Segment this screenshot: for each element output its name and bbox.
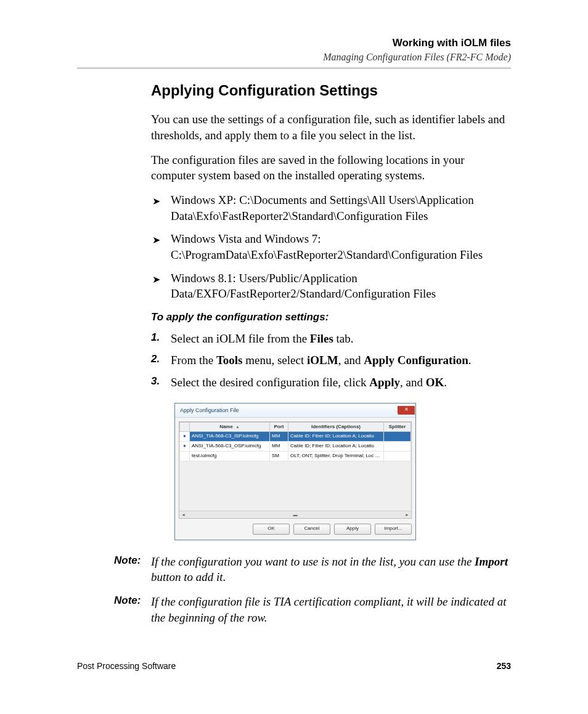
page-number: 253 [497,661,511,671]
step-item: From the Tools menu, select iOLM, and Ap… [151,352,511,368]
dialog-body: Name▲ Port Identifiers (Captions) Splitt… [175,418,415,540]
bullet-text: Windows XP: C:\Documents and Settings\Al… [171,193,474,222]
section-heading: Applying Configuration Settings [151,81,511,100]
running-header: Working with iOLM files Managing Configu… [77,37,511,63]
dialog-title-text: Apply Configuration File [180,407,239,414]
header-rule [77,68,511,68]
notes-block: Note: If the configuration you want to u… [114,554,511,626]
bullet-text: Windows 8.1: Users/Public/Application Da… [171,272,436,301]
bullet-item: ➤ Windows XP: C:\Documents and Settings\… [151,192,511,224]
scroll-thumb-icon[interactable]: ▬ [293,512,298,517]
bullet-arrow-icon: ➤ [152,233,160,247]
cell-splitter [384,452,411,461]
note-item: Note: If the configuration you want to u… [114,554,511,585]
intro-paragraph-1: You can use the settings of a configurat… [151,112,511,143]
note-text: If the configuration file is TIA certifi… [151,594,511,625]
step-item: Select an iOLM file from the Files tab. [151,331,511,347]
cell-splitter [384,442,411,452]
cell-port: MM [270,432,288,442]
cell-splitter [384,432,411,442]
body-column: Applying Configuration Settings You can … [151,81,511,540]
cell-identifiers: Cable ID; Fiber ID; Location A; Locatio [288,432,384,442]
bullet-arrow-icon: ➤ [152,195,160,208]
cell-identifiers: OLT; ONT; Splitter; Drop Terminal; Loc 1… [288,452,384,461]
header-subtitle: Managing Configuration Files (FR2-FC Mod… [77,52,511,63]
procedure-steps: Select an iOLM file from the Files tab. … [151,331,511,391]
dialog-titlebar: Apply Configuration File ✕ [175,404,415,418]
grid-row[interactable]: test.iolmcfg SM OLT; ONT; Splitter; Drop… [180,452,411,461]
intro-paragraph-2: The configuration files are saved in the… [151,152,511,184]
scroll-left-icon[interactable]: ◄ [181,512,186,517]
grid-header-splitter[interactable]: Splitter [384,422,411,432]
grid-header-row: Name▲ Port Identifiers (Captions) Splitt… [180,422,411,432]
grid-row-selected[interactable]: ● ANSI_TIA-568-C3_ISP.iolmcfg MM Cable I… [180,432,411,442]
cell-name: ANSI_TIA-568-C3_ISP.iolmcfg [190,432,270,442]
import-button[interactable]: Import... [375,524,412,535]
grid-header-icon [180,422,190,432]
grid-empty-area [179,461,411,511]
bullet-item: ➤ Windows Vista and Windows 7: C:\Progra… [151,231,511,262]
ok-button[interactable]: OK [253,524,290,535]
note-label: Note: [114,594,151,625]
tia-indicator-icon [180,452,190,461]
horizontal-scrollbar[interactable]: ◄ ▬ ► [179,511,411,518]
scroll-right-icon[interactable]: ► [405,512,409,517]
tia-indicator-icon: ● [183,443,186,448]
dialog-button-row: OK Cancel Apply Import... [179,519,412,535]
cancel-button[interactable]: Cancel [293,524,330,535]
note-label: Note: [114,554,151,585]
grid-header-identifiers[interactable]: Identifiers (Captions) [288,422,384,432]
cell-port: MM [270,442,288,452]
procedure-subheading: To apply the configuration settings: [151,310,511,325]
page-footer: Post Processing Software 253 [77,661,511,671]
apply-configuration-dialog: Apply Configuration File ✕ Name▲ [174,403,416,540]
dialog-screenshot: Apply Configuration File ✕ Name▲ [174,403,511,540]
grid-row[interactable]: ● ANSI_TIA-568-C3_OSP.iolmcfg MM Cable I… [180,442,411,452]
document-page: Working with iOLM files Managing Configu… [0,0,588,714]
apply-button[interactable]: Apply [334,524,371,535]
bullet-arrow-icon: ➤ [152,273,160,286]
bullet-item: ➤ Windows 8.1: Users/Public/Application … [151,270,511,302]
footer-product: Post Processing Software [77,661,176,671]
location-bullet-list: ➤ Windows XP: C:\Documents and Settings\… [151,192,511,302]
note-item: Note: If the configuration file is TIA c… [114,594,511,625]
cell-name: ANSI_TIA-568-C3_OSP.iolmcfg [190,442,270,452]
close-icon[interactable]: ✕ [398,406,415,415]
header-title: Working with iOLM files [77,37,511,49]
configuration-grid[interactable]: Name▲ Port Identifiers (Captions) Splitt… [179,421,412,519]
sort-ascending-icon: ▲ [235,424,240,429]
tia-indicator-icon: ● [183,433,186,439]
cell-port: SM [270,452,288,461]
cell-name: test.iolmcfg [190,452,270,461]
grid-header-name[interactable]: Name▲ [190,422,270,432]
bullet-text: Windows Vista and Windows 7: C:\ProgramD… [171,232,483,261]
cell-identifiers: Cable ID; Fiber ID; Location A; Locatio [288,442,384,452]
note-text: If the configuration you want to use is … [151,554,511,585]
step-item: Select the desired configuration file, c… [151,375,511,391]
grid-header-port[interactable]: Port [270,422,288,432]
